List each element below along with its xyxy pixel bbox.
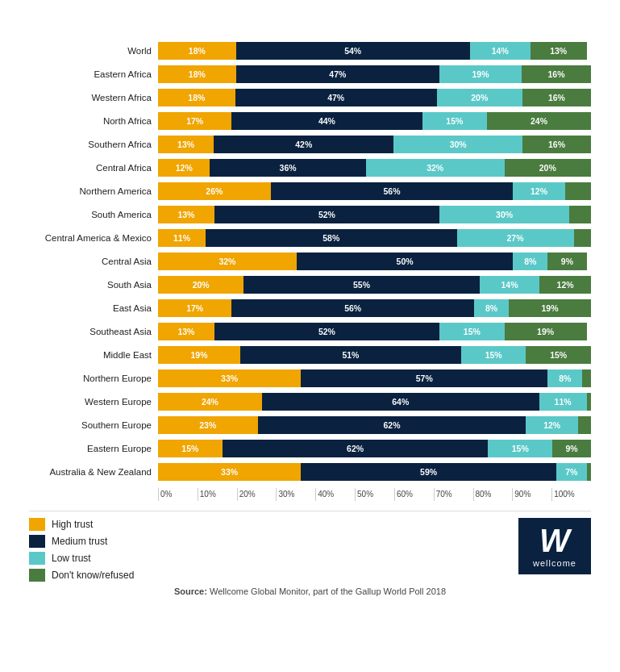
bar-segment: 36% xyxy=(210,159,365,177)
bar-segment: 13% xyxy=(158,206,214,223)
bar-segment: 51% xyxy=(240,346,461,364)
bar-segment: 15% xyxy=(422,112,488,130)
bar-segment: 12% xyxy=(513,182,564,200)
bar-segment: 16% xyxy=(522,136,591,153)
bar-segment: 55% xyxy=(243,276,479,294)
bar-row: Australia & New Zealand33%59%7% xyxy=(29,461,591,482)
bar-segment: 62% xyxy=(223,440,489,457)
bar-track: 33%59%7% xyxy=(158,463,591,481)
region-label: Western Africa xyxy=(29,93,158,102)
bar-segment: 54% xyxy=(236,42,470,60)
bar-segment: 19% xyxy=(509,299,591,317)
bar-segment: 33% xyxy=(158,463,301,481)
bar-row: South America13%52%30% xyxy=(29,204,591,225)
bar-track: 13%52%30% xyxy=(158,206,591,223)
source-footer: Source: Wellcome Global Monitor, part of… xyxy=(29,586,591,596)
legend-label: Don't know/refused xyxy=(52,570,134,581)
bar-segment: 19% xyxy=(158,346,240,364)
bar-segment xyxy=(587,463,591,481)
bar-row: Central America & Mexico11%58%27% xyxy=(29,227,591,248)
bar-segment: 11% xyxy=(539,393,587,411)
bar-row: Central Africa12%36%32%20% xyxy=(29,157,591,178)
bar-segment: 52% xyxy=(214,206,439,223)
legend-color-box xyxy=(29,552,45,565)
bar-segment xyxy=(587,393,591,411)
bar-segment: 15% xyxy=(461,346,526,364)
legend-item: Low trust xyxy=(29,552,134,565)
bar-segment: 15% xyxy=(439,323,505,340)
legend-label: Medium trust xyxy=(52,536,107,547)
region-label: South America xyxy=(29,210,158,219)
bar-segment: 12% xyxy=(526,416,577,434)
bar-segment: 13% xyxy=(158,323,214,340)
bar-row: World18%54%14%13% xyxy=(29,40,591,61)
bar-row: Middle East19%51%15%15% xyxy=(29,344,591,365)
bar-segment: 18% xyxy=(158,89,235,106)
bar-segment: 16% xyxy=(522,65,591,83)
bar-track: 20%55%14%12% xyxy=(158,276,591,294)
x-tick: 70% xyxy=(434,488,473,501)
bar-segment: 59% xyxy=(301,463,556,481)
x-tick: 80% xyxy=(473,488,513,501)
bar-track: 23%62%12% xyxy=(158,416,591,434)
bar-segment xyxy=(569,206,591,223)
bar-segment: 12% xyxy=(158,159,210,177)
bar-segment: 27% xyxy=(457,229,574,247)
bar-track: 32%50%8%9% xyxy=(158,253,591,270)
bar-segment: 19% xyxy=(505,323,587,340)
bar-row: Southern Africa13%42%30%16% xyxy=(29,134,591,155)
x-tick: 0% xyxy=(158,488,198,501)
region-label: Southeast Asia xyxy=(29,327,158,336)
bar-track: 33%57%8% xyxy=(158,369,591,387)
bar-track: 17%44%15%24% xyxy=(158,112,591,130)
bar-row: Eastern Europe15%62%15%9% xyxy=(29,438,591,459)
bar-segment: 32% xyxy=(158,253,297,270)
bar-segment: 20% xyxy=(505,159,591,177)
x-tick: 30% xyxy=(276,488,315,501)
bar-segment: 50% xyxy=(297,253,514,270)
bar-track: 26%56%12% xyxy=(158,182,591,200)
x-tick: 40% xyxy=(315,488,355,501)
bar-segment: 24% xyxy=(158,393,262,411)
bar-track: 18%54%14%13% xyxy=(158,42,591,60)
x-axis: 0%10%20%30%40%50%60%70%80%90%100% xyxy=(158,488,591,501)
bar-track: 19%51%15%15% xyxy=(158,346,591,364)
region-label: Eastern Africa xyxy=(29,69,158,79)
bar-track: 17%56%8%19% xyxy=(158,299,591,317)
wellcome-logo: W wellcome xyxy=(518,518,591,574)
bar-row: Northern America26%56%12% xyxy=(29,181,591,202)
region-label: North Africa xyxy=(29,116,158,126)
legend-items: High trustMedium trustLow trustDon't kno… xyxy=(29,518,134,582)
region-label: Northern America xyxy=(29,186,158,196)
bar-segment: 7% xyxy=(556,463,587,481)
bar-segment: 26% xyxy=(158,182,271,200)
region-label: World xyxy=(29,46,158,56)
bar-segment xyxy=(574,229,591,247)
region-label: Western Europe xyxy=(29,397,158,407)
chart-container: World18%54%14%13%Eastern Africa18%47%19%… xyxy=(16,16,604,604)
bar-segment: 56% xyxy=(231,299,474,317)
bar-segment: 15% xyxy=(526,346,591,364)
bar-row: East Asia17%56%8%19% xyxy=(29,298,591,319)
chart-area: World18%54%14%13%Eastern Africa18%47%19%… xyxy=(29,40,591,485)
bar-segment: 32% xyxy=(366,159,505,177)
legend-item: Medium trust xyxy=(29,535,134,548)
region-label: Northern Europe xyxy=(29,374,158,383)
bar-segment: 17% xyxy=(158,112,231,130)
bar-row: Western Africa18%47%20%16% xyxy=(29,87,591,108)
bar-segment: 13% xyxy=(531,42,587,60)
bar-segment: 8% xyxy=(474,299,509,317)
bar-segment: 33% xyxy=(158,369,301,387)
legend-color-box xyxy=(29,569,45,582)
bar-segment: 14% xyxy=(470,42,531,60)
region-label: Southern Europe xyxy=(29,420,158,430)
bar-row: Eastern Africa18%47%19%16% xyxy=(29,64,591,85)
region-label: South Asia xyxy=(29,280,158,290)
bar-segment: 19% xyxy=(439,65,522,83)
legend-label: High trust xyxy=(52,519,93,530)
x-tick: 50% xyxy=(355,488,394,501)
bar-segment: 11% xyxy=(158,229,206,247)
legend-item: Don't know/refused xyxy=(29,569,134,582)
bar-segment: 14% xyxy=(480,276,539,294)
bar-row: Northern Europe33%57%8% xyxy=(29,368,591,389)
